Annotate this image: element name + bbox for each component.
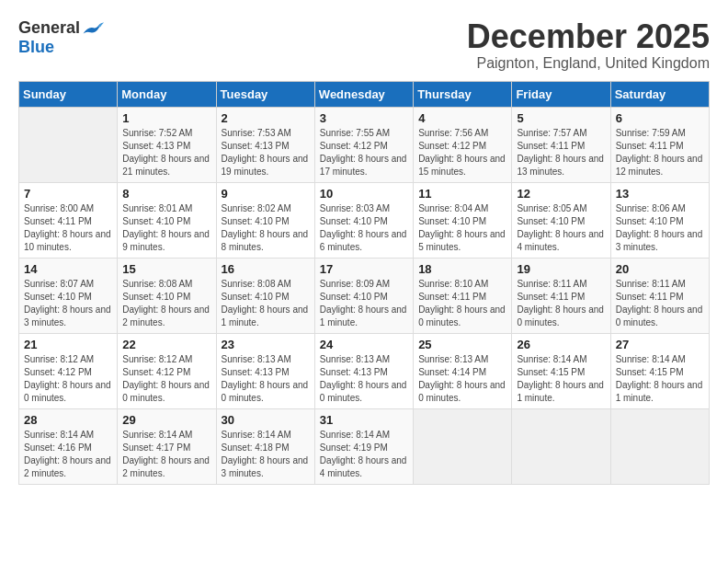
day-details: Sunrise: 8:08 AMSunset: 4:10 PMDaylight:… — [122, 278, 210, 329]
calendar-cell: 13Sunrise: 8:06 AMSunset: 4:10 PMDayligh… — [610, 182, 709, 258]
calendar-cell: 3Sunrise: 7:55 AMSunset: 4:12 PMDaylight… — [314, 107, 413, 182]
day-number: 16 — [222, 262, 310, 276]
day-number: 4 — [418, 111, 506, 125]
day-details: Sunrise: 7:59 AMSunset: 4:11 PMDaylight:… — [616, 127, 704, 178]
calendar-cell: 23Sunrise: 8:13 AMSunset: 4:13 PMDayligh… — [216, 333, 314, 408]
day-details: Sunrise: 8:09 AMSunset: 4:10 PMDaylight:… — [320, 278, 408, 329]
calendar-cell: 11Sunrise: 8:04 AMSunset: 4:10 PMDayligh… — [414, 182, 512, 258]
day-details: Sunrise: 8:11 AMSunset: 4:11 PMDaylight:… — [616, 278, 704, 329]
calendar-cell: 27Sunrise: 8:14 AMSunset: 4:15 PMDayligh… — [610, 333, 709, 408]
calendar-week-row: 21Sunrise: 8:12 AMSunset: 4:12 PMDayligh… — [19, 333, 710, 408]
calendar-header-row: SundayMondayTuesdayWednesdayThursdayFrid… — [19, 81, 710, 107]
day-number: 15 — [122, 262, 210, 276]
calendar-cell — [19, 107, 118, 182]
day-details: Sunrise: 7:57 AMSunset: 4:11 PMDaylight:… — [517, 127, 605, 178]
calendar-cell: 21Sunrise: 8:12 AMSunset: 4:12 PMDayligh… — [19, 333, 118, 408]
day-details: Sunrise: 8:14 AMSunset: 4:15 PMDaylight:… — [517, 353, 605, 405]
day-number: 10 — [320, 187, 408, 201]
calendar-week-row: 1Sunrise: 7:52 AMSunset: 4:13 PMDaylight… — [19, 107, 710, 182]
day-details: Sunrise: 8:11 AMSunset: 4:11 PMDaylight:… — [517, 278, 605, 329]
calendar-table: SundayMondayTuesdayWednesdayThursdayFrid… — [18, 81, 710, 485]
calendar-cell: 15Sunrise: 8:08 AMSunset: 4:10 PMDayligh… — [118, 258, 216, 333]
day-number: 9 — [222, 187, 310, 201]
day-number: 6 — [616, 111, 704, 125]
day-number: 8 — [122, 187, 210, 201]
month-year-title: December 2025 — [467, 18, 710, 55]
header-sunday: Sunday — [19, 81, 118, 107]
calendar-cell: 20Sunrise: 8:11 AMSunset: 4:11 PMDayligh… — [610, 258, 709, 333]
day-number: 3 — [320, 111, 408, 125]
day-details: Sunrise: 7:55 AMSunset: 4:12 PMDaylight:… — [320, 127, 408, 178]
calendar-cell — [414, 408, 512, 484]
calendar-cell: 8Sunrise: 8:01 AMSunset: 4:10 PMDaylight… — [118, 182, 216, 258]
day-details: Sunrise: 8:13 AMSunset: 4:13 PMDaylight:… — [320, 353, 408, 405]
day-number: 20 — [616, 262, 704, 276]
day-details: Sunrise: 8:12 AMSunset: 4:12 PMDaylight:… — [24, 353, 112, 405]
calendar-week-row: 7Sunrise: 8:00 AMSunset: 4:11 PMDaylight… — [19, 182, 710, 258]
calendar-cell: 29Sunrise: 8:14 AMSunset: 4:17 PMDayligh… — [118, 408, 216, 484]
day-number: 23 — [222, 338, 310, 351]
header-monday: Monday — [118, 81, 216, 107]
day-number: 7 — [24, 187, 112, 201]
day-number: 19 — [517, 262, 605, 276]
day-number: 12 — [517, 187, 605, 201]
day-number: 5 — [517, 111, 605, 125]
day-number: 27 — [616, 338, 704, 351]
day-details: Sunrise: 7:52 AMSunset: 4:13 PMDaylight:… — [122, 127, 210, 178]
calendar-cell: 7Sunrise: 8:00 AMSunset: 4:11 PMDaylight… — [19, 182, 118, 258]
logo: General Blue — [18, 18, 104, 57]
calendar-cell: 22Sunrise: 8:12 AMSunset: 4:12 PMDayligh… — [118, 333, 216, 408]
day-number: 24 — [320, 338, 408, 351]
day-number: 14 — [24, 262, 112, 276]
calendar-cell: 30Sunrise: 8:14 AMSunset: 4:18 PMDayligh… — [216, 408, 314, 484]
day-details: Sunrise: 8:14 AMSunset: 4:18 PMDaylight:… — [222, 429, 310, 480]
calendar-cell: 28Sunrise: 8:14 AMSunset: 4:16 PMDayligh… — [19, 408, 118, 484]
calendar-cell: 14Sunrise: 8:07 AMSunset: 4:10 PMDayligh… — [19, 258, 118, 333]
page-header: General Blue December 2025 Paignton, Eng… — [18, 18, 710, 72]
header-tuesday: Tuesday — [216, 81, 314, 107]
day-details: Sunrise: 8:03 AMSunset: 4:10 PMDaylight:… — [320, 202, 408, 254]
day-details: Sunrise: 8:07 AMSunset: 4:10 PMDaylight:… — [24, 278, 112, 329]
day-details: Sunrise: 8:00 AMSunset: 4:11 PMDaylight:… — [24, 202, 112, 254]
calendar-cell: 31Sunrise: 8:14 AMSunset: 4:19 PMDayligh… — [314, 408, 413, 484]
day-details: Sunrise: 8:13 AMSunset: 4:14 PMDaylight:… — [418, 353, 506, 405]
day-number: 21 — [24, 338, 112, 351]
day-details: Sunrise: 8:14 AMSunset: 4:19 PMDaylight:… — [320, 429, 408, 480]
calendar-cell: 10Sunrise: 8:03 AMSunset: 4:10 PMDayligh… — [314, 182, 413, 258]
calendar-cell: 5Sunrise: 7:57 AMSunset: 4:11 PMDaylight… — [512, 107, 610, 182]
calendar-cell: 2Sunrise: 7:53 AMSunset: 4:13 PMDaylight… — [216, 107, 314, 182]
calendar-cell — [512, 408, 610, 484]
day-details: Sunrise: 7:56 AMSunset: 4:12 PMDaylight:… — [418, 127, 506, 178]
calendar-week-row: 28Sunrise: 8:14 AMSunset: 4:16 PMDayligh… — [19, 408, 710, 484]
day-details: Sunrise: 8:13 AMSunset: 4:13 PMDaylight:… — [222, 353, 310, 405]
day-details: Sunrise: 8:01 AMSunset: 4:10 PMDaylight:… — [122, 202, 210, 254]
day-details: Sunrise: 8:04 AMSunset: 4:10 PMDaylight:… — [418, 202, 506, 254]
day-number: 26 — [517, 338, 605, 351]
calendar-cell: 19Sunrise: 8:11 AMSunset: 4:11 PMDayligh… — [512, 258, 610, 333]
day-details: Sunrise: 8:05 AMSunset: 4:10 PMDaylight:… — [517, 202, 605, 254]
day-number: 28 — [24, 413, 112, 427]
day-number: 25 — [418, 338, 506, 351]
header-wednesday: Wednesday — [314, 81, 413, 107]
day-details: Sunrise: 8:14 AMSunset: 4:17 PMDaylight:… — [122, 429, 210, 480]
calendar-cell: 17Sunrise: 8:09 AMSunset: 4:10 PMDayligh… — [314, 258, 413, 333]
header-thursday: Thursday — [414, 81, 512, 107]
day-number: 1 — [122, 111, 210, 125]
calendar-cell: 24Sunrise: 8:13 AMSunset: 4:13 PMDayligh… — [314, 333, 413, 408]
day-number: 31 — [320, 413, 408, 427]
day-details: Sunrise: 8:12 AMSunset: 4:12 PMDaylight:… — [122, 353, 210, 405]
calendar-cell: 1Sunrise: 7:52 AMSunset: 4:13 PMDaylight… — [118, 107, 216, 182]
day-number: 2 — [222, 111, 310, 125]
calendar-cell: 4Sunrise: 7:56 AMSunset: 4:12 PMDaylight… — [414, 107, 512, 182]
logo-blue-text: Blue — [18, 38, 54, 57]
day-number: 18 — [418, 262, 506, 276]
header-friday: Friday — [512, 81, 610, 107]
calendar-week-row: 14Sunrise: 8:07 AMSunset: 4:10 PMDayligh… — [19, 258, 710, 333]
day-number: 17 — [320, 262, 408, 276]
calendar-cell: 12Sunrise: 8:05 AMSunset: 4:10 PMDayligh… — [512, 182, 610, 258]
day-details: Sunrise: 8:06 AMSunset: 4:10 PMDaylight:… — [616, 202, 704, 254]
calendar-cell: 26Sunrise: 8:14 AMSunset: 4:15 PMDayligh… — [512, 333, 610, 408]
day-number: 11 — [418, 187, 506, 201]
day-number: 13 — [616, 187, 704, 201]
day-details: Sunrise: 8:08 AMSunset: 4:10 PMDaylight:… — [222, 278, 310, 329]
